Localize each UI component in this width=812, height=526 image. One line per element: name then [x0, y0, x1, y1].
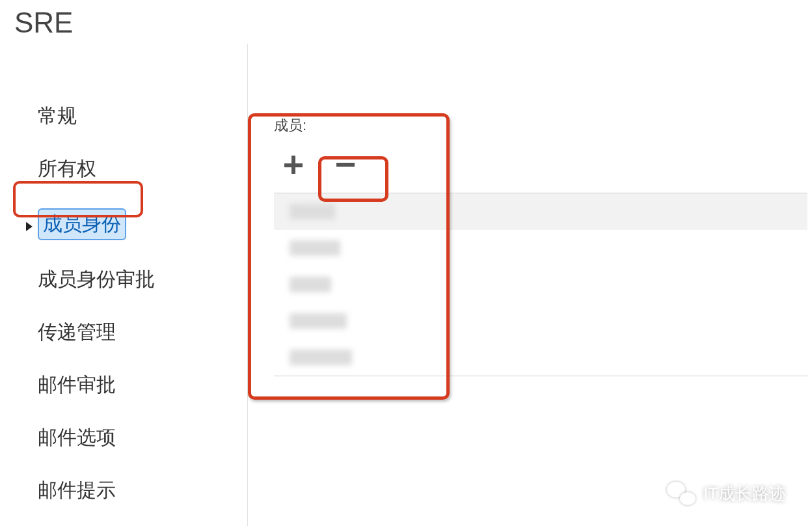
watermark: IT成长路迹 [667, 482, 786, 505]
watermark-text: IT成长路迹 [703, 482, 786, 505]
sidebar-item-label: 所有权 [38, 156, 96, 182]
sidebar-item-general[interactable]: 常规 [26, 103, 247, 130]
sidebar: 常规 所有权 成员身份 成员身份审批 传递管理 邮件审批 邮件选项 邮件提示 [0, 44, 247, 526]
content-panel: 成员: [247, 44, 812, 526]
sidebar-item-label: 传递管理 [38, 319, 116, 346]
sidebar-item-label: 成员身份审批 [38, 266, 155, 293]
member-row[interactable] [274, 339, 807, 376]
add-member-button[interactable] [277, 148, 310, 181]
sidebar-item-label: 邮件审批 [38, 372, 116, 398]
sidebar-item-ownership[interactable]: 所有权 [26, 156, 247, 182]
member-row[interactable] [274, 266, 807, 303]
page-title: SRE [0, 0, 812, 44]
wechat-icon [667, 482, 696, 505]
member-row[interactable] [274, 230, 807, 266]
member-list [274, 193, 807, 376]
sidebar-item-membership-approval[interactable]: 成员身份审批 [26, 266, 247, 293]
sidebar-item-label: 邮件提示 [38, 477, 116, 504]
main-layout: 常规 所有权 成员身份 成员身份审批 传递管理 邮件审批 邮件选项 邮件提示 [0, 44, 812, 526]
member-name-obscured [290, 204, 335, 219]
plus-icon [284, 156, 303, 174]
sidebar-item-delivery-management[interactable]: 传递管理 [26, 319, 247, 346]
remove-member-button[interactable] [329, 148, 362, 181]
caret-right-icon [26, 214, 38, 236]
sidebar-item-mail-tips[interactable]: 邮件提示 [26, 477, 247, 504]
sidebar-item-label: 邮件选项 [38, 424, 116, 451]
member-name-obscured [290, 277, 331, 292]
members-label: 成员: [274, 116, 812, 135]
member-row[interactable] [274, 303, 807, 339]
sidebar-item-label: 常规 [38, 103, 77, 130]
sidebar-item-mail-approval[interactable]: 邮件审批 [26, 372, 247, 398]
sidebar-item-mail-options[interactable]: 邮件选项 [26, 424, 247, 451]
members-toolbar [274, 148, 812, 181]
sidebar-item-label: 成员身份 [38, 208, 126, 240]
member-name-obscured [290, 313, 347, 329]
sidebar-item-membership[interactable]: 成员身份 [26, 208, 247, 240]
minus-icon [336, 163, 355, 167]
member-name-obscured [290, 240, 340, 256]
member-row[interactable] [274, 193, 807, 230]
member-name-obscured [290, 350, 352, 365]
